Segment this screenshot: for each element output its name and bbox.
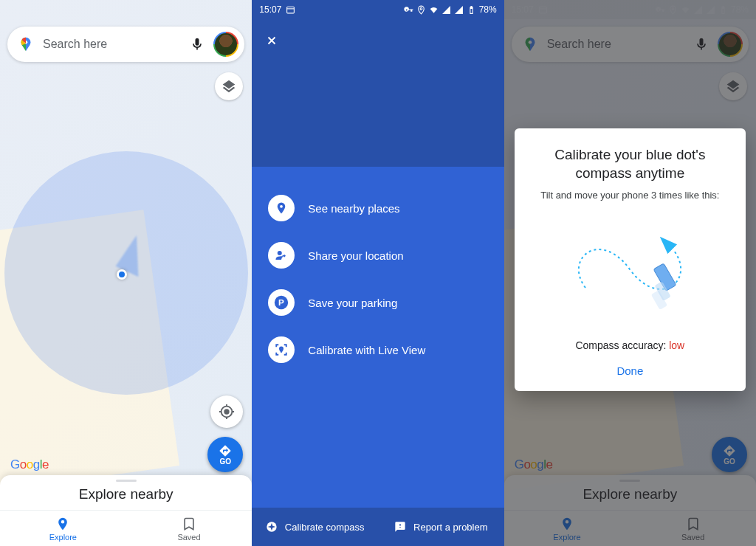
- nav-explore-label: Explore: [49, 533, 77, 542]
- my-location-button[interactable]: [210, 395, 243, 428]
- nav-explore[interactable]: Explore: [0, 511, 126, 546]
- menu-liveview-label: Calibrate with Live View: [308, 344, 425, 356]
- footer-report-problem[interactable]: Report a problem: [378, 521, 504, 533]
- location-icon: [416, 5, 426, 15]
- location-blue-dot[interactable]: [117, 269, 127, 280]
- svg-text:P: P: [278, 297, 284, 307]
- google-watermark: Google: [10, 457, 49, 472]
- explore-pin-icon: [55, 516, 70, 531]
- screen-calibrate-dialog: 15:07 78% Search here GO Google Explore …: [504, 0, 756, 546]
- blue-dot-header: 15:07 78%: [252, 0, 504, 167]
- signal-icon: [454, 5, 464, 15]
- done-button[interactable]: Done: [616, 364, 643, 377]
- blue-dot-footer: Calibrate compass Report a problem: [252, 508, 504, 546]
- nav-saved-label: Saved: [177, 533, 200, 542]
- mic-icon[interactable]: [190, 37, 205, 52]
- drag-handle[interactable]: [116, 480, 137, 482]
- directions-icon: [219, 444, 232, 457]
- figure-eight-illustration: [556, 214, 704, 325]
- close-button[interactable]: [265, 34, 278, 51]
- signal-icon: [441, 5, 451, 15]
- status-battery: 78%: [479, 4, 497, 15]
- accuracy-value: low: [669, 339, 684, 351]
- bookmark-icon: [182, 516, 196, 531]
- svg-point-6: [420, 7, 422, 10]
- svg-rect-4: [287, 7, 295, 13]
- crosshair-icon: [219, 404, 235, 420]
- parking-icon: P: [274, 295, 289, 310]
- menu-calibrate-liveview[interactable]: Calibrate with Live View: [268, 326, 489, 373]
- share-location-icon: [275, 249, 288, 262]
- go-directions-button[interactable]: GO: [207, 437, 243, 472]
- screen-blue-dot-menu: 15:07 78% See nearby places Share your: [252, 0, 504, 546]
- svg-point-7: [280, 205, 283, 208]
- footer-report-label: Report a problem: [413, 522, 487, 533]
- google-maps-logo-icon: [18, 36, 34, 52]
- menu-save-parking[interactable]: P Save your parking: [268, 279, 489, 326]
- menu-nearby-label: See nearby places: [308, 202, 399, 215]
- wifi-icon: [429, 5, 439, 15]
- nav-saved[interactable]: Saved: [126, 511, 252, 546]
- compass-icon: [266, 521, 278, 533]
- profile-avatar[interactable]: [213, 32, 238, 57]
- screen-map: 15:07 78% Search here GO Google Explore …: [0, 0, 252, 546]
- accuracy-label: Compass accuracy:: [575, 339, 669, 351]
- bottom-navigation: Explore Saved: [0, 510, 252, 546]
- compass-accuracy-row: Compass accuracy: low: [529, 339, 731, 351]
- status-time: 15:07: [259, 4, 281, 15]
- status-bar: 15:07 78%: [252, 0, 504, 19]
- search-placeholder: Search here: [43, 38, 181, 51]
- notification-icon: [286, 5, 295, 15]
- footer-calibrate-compass[interactable]: Calibrate compass: [252, 521, 378, 533]
- place-pin-icon: [275, 201, 288, 215]
- menu-parking-label: Save your parking: [308, 297, 397, 309]
- feedback-icon: [394, 521, 406, 533]
- vpn-key-icon: [404, 5, 413, 15]
- calibrate-dialog: Calibrate your blue dot's compass anytim…: [515, 128, 746, 391]
- footer-calibrate-label: Calibrate compass: [285, 522, 365, 533]
- svg-point-11: [281, 348, 282, 349]
- close-icon: [265, 34, 278, 47]
- battery-icon: [467, 5, 476, 15]
- dialog-title: Calibrate your blue dot's compass anytim…: [529, 146, 731, 182]
- explore-bottom-sheet[interactable]: Explore nearby Explore Saved: [0, 475, 252, 546]
- blue-dot-menu-list: See nearby places Share your location P …: [252, 167, 504, 373]
- sheet-title: Explore nearby: [0, 485, 252, 510]
- svg-point-8: [278, 251, 282, 255]
- search-bar[interactable]: Search here: [7, 27, 244, 62]
- dialog-subtitle: Tilt and move your phone 3 times like th…: [529, 190, 731, 201]
- layers-icon: [221, 79, 236, 94]
- go-label: GO: [220, 457, 232, 466]
- menu-share-label: Share your location: [308, 249, 403, 262]
- menu-nearby-places[interactable]: See nearby places: [268, 184, 489, 232]
- menu-share-location[interactable]: Share your location: [268, 232, 489, 279]
- liveview-icon: [275, 343, 288, 356]
